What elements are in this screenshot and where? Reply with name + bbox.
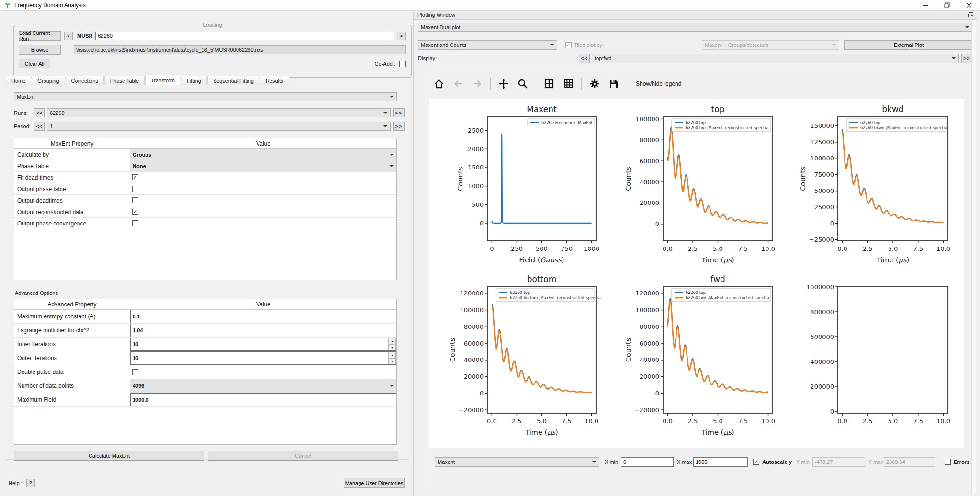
svg-text:100000: 100000 [460, 306, 484, 314]
forward-button[interactable] [471, 78, 484, 90]
value-checkbox[interactable] [132, 220, 138, 226]
value-input[interactable]: 1000.0 [130, 393, 396, 406]
tiled-plot-checkbox[interactable] [565, 42, 572, 48]
value-input[interactable]: 0.1 [130, 310, 396, 323]
tab-results[interactable]: Results [260, 76, 289, 85]
value-checkbox[interactable] [132, 186, 138, 192]
display-prev-button[interactable]: << [579, 54, 590, 63]
external-plot-button[interactable]: External Plot [844, 40, 973, 50]
svg-text:62260 bottom ;MaxEnt_reconstru: 62260 bottom ;MaxEnt_reconstructed_spect… [510, 295, 601, 300]
show-hide-legend-button[interactable]: Show/hide legend [634, 80, 683, 87]
manage-user-directories-button[interactable]: Manage User Directories [344, 478, 405, 488]
cancel-button[interactable]: Cancel [208, 451, 398, 460]
spin-buttons[interactable]: ▲▼ [388, 338, 396, 350]
runs-next-button[interactable]: >> [393, 108, 405, 117]
toolbar-separator [536, 78, 536, 90]
home-button[interactable] [433, 78, 445, 90]
advanced-options-table: Advanced Property Value Maximum entropy … [14, 299, 397, 445]
close-button[interactable] [958, 0, 980, 11]
period-prev-button[interactable]: << [34, 122, 45, 131]
display-next-button[interactable]: >> [961, 54, 972, 63]
tab-corrections[interactable]: Corrections [66, 76, 104, 85]
period-select[interactable]: 1 [47, 122, 391, 131]
svg-text:1500: 1500 [468, 164, 484, 171]
property-value-cell: 1000.0 [130, 393, 396, 406]
value-checkbox[interactable] [132, 209, 138, 215]
value-checkbox[interactable] [132, 369, 138, 375]
value-input[interactable]: 10 [130, 338, 396, 351]
plot-type-select[interactable]: Maxent Dual plot [418, 23, 972, 32]
save-button[interactable] [608, 78, 620, 90]
clear-all-button[interactable]: Clear All [19, 59, 50, 68]
tab-bar: Home Grouping Corrections Phase Table Tr… [6, 75, 290, 85]
plot-data-value: Maxent and Counts [421, 42, 466, 48]
xmax-input[interactable] [693, 457, 748, 467]
figure-options-button[interactable] [588, 78, 601, 90]
pan-button[interactable] [497, 78, 510, 90]
run-number-input[interactable] [95, 32, 394, 40]
svg-text:Time (μs): Time (μs) [701, 428, 734, 437]
spin-buttons[interactable]: ▲▼ [388, 352, 396, 364]
axes-grid-button[interactable] [562, 78, 574, 90]
svg-text:7.5: 7.5 [738, 417, 748, 425]
tiled-by-select[interactable]: Maxent + Groups/detectors [702, 40, 839, 50]
calculate-maxent-button[interactable]: Calculate MaxEnt [14, 451, 204, 460]
period-next-button[interactable]: >> [393, 122, 405, 131]
svg-text:100000: 100000 [635, 115, 659, 123]
svg-text:100000: 100000 [635, 306, 659, 314]
table-row: Output reconstructed data [14, 206, 396, 218]
load-current-run-button[interactable]: Load Current Run [19, 31, 61, 41]
autoscale-y-checkbox[interactable] [753, 459, 759, 465]
value-input[interactable]: 10 [130, 351, 396, 365]
run-decrement-button[interactable]: < [64, 32, 73, 40]
tab-fitting[interactable]: Fitting [181, 76, 207, 85]
help-button[interactable]: ? [26, 479, 35, 487]
property-value-cell [130, 365, 396, 379]
subplot-select[interactable]: Maxent [435, 457, 599, 467]
plot-data-select[interactable]: Maxent and Counts [418, 40, 557, 50]
property-value-cell [130, 195, 396, 206]
errors-checkbox[interactable] [945, 459, 951, 465]
display-select[interactable]: top:fwd [592, 54, 959, 63]
back-button[interactable] [452, 78, 464, 90]
chevron-down-icon [390, 154, 394, 156]
value-input[interactable]: 1.04 [130, 324, 396, 337]
svg-text:0: 0 [655, 390, 659, 397]
svg-text:62260 top: 62260 top [686, 290, 706, 295]
property-label: Output phase table [14, 183, 130, 194]
svg-text:Counts: Counts [456, 167, 464, 191]
subplots-grid-button[interactable] [543, 78, 555, 90]
svg-text:200000: 200000 [810, 383, 834, 390]
tab-home[interactable]: Home [6, 76, 31, 85]
svg-text:62260 top ;MaxEnt_reconstructe: 62260 top ;MaxEnt_reconstructed_spectra [686, 125, 769, 130]
app-icon [4, 1, 11, 9]
co-add-checkbox[interactable] [399, 61, 406, 67]
help-label: Help : [9, 480, 23, 486]
runs-prev-button[interactable]: << [34, 108, 45, 117]
value-combo[interactable]: None [130, 160, 396, 171]
value-combo[interactable]: 4096 [130, 379, 396, 393]
run-increment-button[interactable]: > [397, 32, 406, 40]
value-checkbox[interactable] [132, 197, 138, 203]
browse-button[interactable]: Browse [19, 45, 61, 55]
transform-method-select[interactable]: MaxEnt [14, 92, 397, 101]
minimize-button[interactable] [914, 0, 936, 11]
tab-grouping[interactable]: Grouping [32, 76, 65, 85]
tab-phase-table[interactable]: Phase Table [104, 76, 145, 85]
tab-transform[interactable]: Transform [145, 75, 180, 85]
value-combo[interactable]: Groups [130, 149, 396, 160]
ymax-input [884, 457, 935, 467]
zoom-button[interactable] [517, 78, 529, 90]
value-checkbox[interactable] [132, 174, 138, 180]
tab-sequential-fitting[interactable]: Sequential Fitting [207, 76, 259, 85]
svg-text:10.0: 10.0 [585, 417, 598, 425]
float-pane-icon[interactable] [968, 12, 973, 17]
restore-button[interactable] [936, 0, 958, 11]
figure-canvas[interactable]: 0250500750100005001000150020002500Maxent… [429, 99, 964, 448]
runs-select[interactable]: 62260 [47, 108, 391, 117]
svg-text:600000: 600000 [810, 333, 834, 340]
display-value: top:fwd [595, 56, 611, 61]
xmin-input[interactable] [621, 457, 674, 467]
svg-text:62260 top: 62260 top [510, 290, 530, 295]
vertical-scrollbar[interactable] [971, 20, 976, 494]
